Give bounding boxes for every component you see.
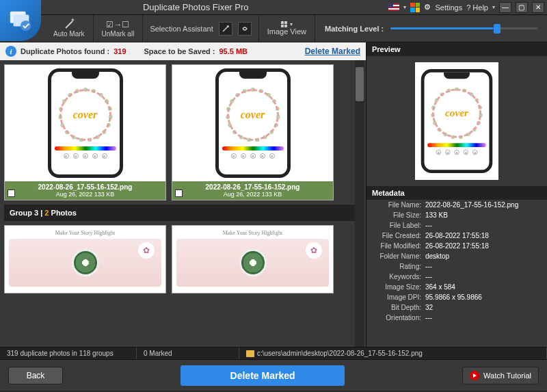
info-icon: i xyxy=(5,46,16,57)
thumbnail-image: coveraaaaa xyxy=(172,65,333,181)
meta-value: 95.9866 x 95.9866 xyxy=(425,293,542,301)
auto-mark-button[interactable]: Auto Mark xyxy=(45,15,94,42)
meta-key: File Created: xyxy=(372,232,425,239)
selection-assistant-label: Selection Assistant xyxy=(150,25,213,33)
thumbnail-image: Make Your Story Highlight ✿ xyxy=(5,226,165,291)
story-title: Make Your Story Highlight xyxy=(55,230,116,236)
selection-assistant-section: Selection Assistant xyxy=(143,15,258,42)
side-pane: Preview coveraaaaa Metadata File Name:20… xyxy=(366,42,547,347)
titlebar: Duplicate Photos Fixer Pro ▾ ⚙ Settings … xyxy=(0,0,547,15)
meta-value: 364 x 584 xyxy=(425,283,542,291)
thumbnail-grid: coveraaaaa 2022-08-26_17-55-16-152.png A… xyxy=(0,60,366,347)
meta-key: Folder Name: xyxy=(372,252,425,260)
meta-key: Rating: xyxy=(372,263,425,270)
meta-key: Image DPI: xyxy=(372,293,425,301)
thumbnail-image: Make Your Story Highlight ✿ xyxy=(172,226,333,291)
chevron-down-icon: ▾ xyxy=(290,21,293,27)
image-view-label: Image View xyxy=(267,27,306,36)
group-label: Group 3 | xyxy=(10,209,44,217)
status-file-path: c:\users\admin\desktop\2022-08-26_17-55-… xyxy=(239,348,547,359)
delete-marked-button[interactable]: Delete Marked xyxy=(181,365,345,386)
cover-text: cover xyxy=(445,107,468,119)
thumbnail-subinfo: Aug 26, 2022 133 KB xyxy=(9,191,161,198)
close-button[interactable]: ✕ xyxy=(532,2,544,13)
preview-area: coveraaaaa xyxy=(366,56,547,186)
image-view-button[interactable]: ▾ Image View xyxy=(259,15,315,42)
status-path-text: c:\users\admin\desktop\2022-08-26_17-55-… xyxy=(257,350,423,357)
grid-icon xyxy=(281,21,287,27)
meta-value: 32 xyxy=(425,304,542,311)
meta-value: --- xyxy=(425,273,542,280)
status-duplicate-count: 319 duplicate photos in 118 groups xyxy=(0,348,137,359)
watch-tutorial-button[interactable]: Watch Tutorial xyxy=(462,367,539,384)
story-title: Make Your Story Highlight xyxy=(223,230,283,236)
meta-value: 2022-08-26_17-55-16-152.png xyxy=(425,201,542,209)
checkbox-icon: ☑→☐ xyxy=(106,20,129,29)
preview-header: Preview xyxy=(366,42,547,56)
selection-tool-2[interactable] xyxy=(238,22,252,36)
main-pane: i Duplicate Photos found : 319 Space to … xyxy=(0,42,366,347)
matching-level-slider[interactable] xyxy=(390,27,537,29)
bottom-bar: Back Delete Marked Watch Tutorial xyxy=(0,359,547,391)
cover-text: cover xyxy=(241,109,265,121)
unmark-all-button[interactable]: ☑→☐ UnMark all xyxy=(94,15,144,42)
matching-level-section: Matching Level : xyxy=(315,15,547,42)
thumbnail-checkbox[interactable] xyxy=(8,190,15,197)
thumbnail-card[interactable]: Make Your Story Highlight ✿ xyxy=(172,225,334,293)
meta-key: Image Size: xyxy=(372,283,425,291)
thumbnail-checkbox[interactable] xyxy=(175,190,183,197)
wand-icon xyxy=(64,20,74,29)
flag-us-icon[interactable] xyxy=(388,3,399,11)
group-label-suffix: Photos xyxy=(49,209,76,217)
tutorial-label: Watch Tutorial xyxy=(483,371,531,380)
settings-link[interactable]: Settings xyxy=(435,3,462,12)
slider-thumb[interactable] xyxy=(494,24,501,34)
metadata-header: Metadata xyxy=(366,186,547,200)
space-label: Space to be Saved : xyxy=(144,47,215,55)
meta-value: 26-08-2022 17:55:18 xyxy=(425,242,542,250)
auto-mark-label: Auto Mark xyxy=(53,30,85,38)
space-value: 95.5 MB xyxy=(219,47,248,55)
found-label: Duplicate Photos found : xyxy=(21,47,109,55)
meta-key: Orientation: xyxy=(372,314,425,322)
meta-key: File Modified: xyxy=(372,242,425,250)
help-link[interactable]: ? Help xyxy=(466,3,488,12)
meta-key: File Size: xyxy=(372,211,425,219)
thumbnail-image: coveraaaaa xyxy=(5,65,165,181)
meta-key: Bit Depth: xyxy=(372,304,425,311)
thumbnail-card[interactable]: coveraaaaa 2022-08-26_17-55-16-152.png A… xyxy=(172,64,334,200)
thumbnail-card[interactable]: coveraaaaa 2022-08-26_17-55-16-152.png A… xyxy=(4,64,166,200)
app-logo xyxy=(0,0,41,41)
scrollbar[interactable] xyxy=(355,60,364,347)
unmark-all-label: UnMark all xyxy=(102,30,135,38)
status-bar: 319 duplicate photos in 118 groups 0 Mar… xyxy=(0,347,547,359)
matching-level-label: Matching Level : xyxy=(325,25,384,33)
thumbnail-filename: 2022-08-26_17-55-16-152.png xyxy=(9,183,161,191)
meta-value: 26-08-2022 17:55:18 xyxy=(425,232,542,239)
selection-tool-1[interactable] xyxy=(219,22,232,36)
app-title: Duplicate Photos Fixer Pro xyxy=(143,2,249,12)
gear-icon: ⚙ xyxy=(424,3,431,12)
meta-key: File Name: xyxy=(372,201,425,209)
minimize-button[interactable]: — xyxy=(499,2,511,13)
cover-text: cover xyxy=(73,109,98,121)
meta-key: File Label: xyxy=(372,222,425,229)
thumbnail-card[interactable]: Make Your Story Highlight ✿ xyxy=(4,225,166,293)
folder-icon xyxy=(246,350,254,357)
scrollbar-thumb[interactable] xyxy=(356,67,364,101)
meta-value: 133 KB xyxy=(425,211,542,219)
meta-value: --- xyxy=(425,314,542,322)
status-marked-count: 0 Marked xyxy=(137,348,239,359)
meta-value: desktop xyxy=(425,252,542,260)
delete-marked-link[interactable]: Delete Marked xyxy=(305,47,360,56)
meta-key: Keywords: xyxy=(372,273,425,280)
thumbnail-subinfo: Aug 26, 2022 133 KB xyxy=(176,191,329,198)
maximize-button[interactable]: ▢ xyxy=(516,2,528,13)
svg-point-2 xyxy=(21,21,31,31)
group-header: Group 3 | 2 Photos xyxy=(4,205,362,221)
metadata-table: File Name:2022-08-26_17-55-16-152.png Fi… xyxy=(366,200,547,347)
back-button[interactable]: Back xyxy=(8,367,63,384)
windows-icon xyxy=(410,3,420,12)
meta-value: --- xyxy=(425,263,542,270)
found-count: 319 xyxy=(114,47,126,55)
